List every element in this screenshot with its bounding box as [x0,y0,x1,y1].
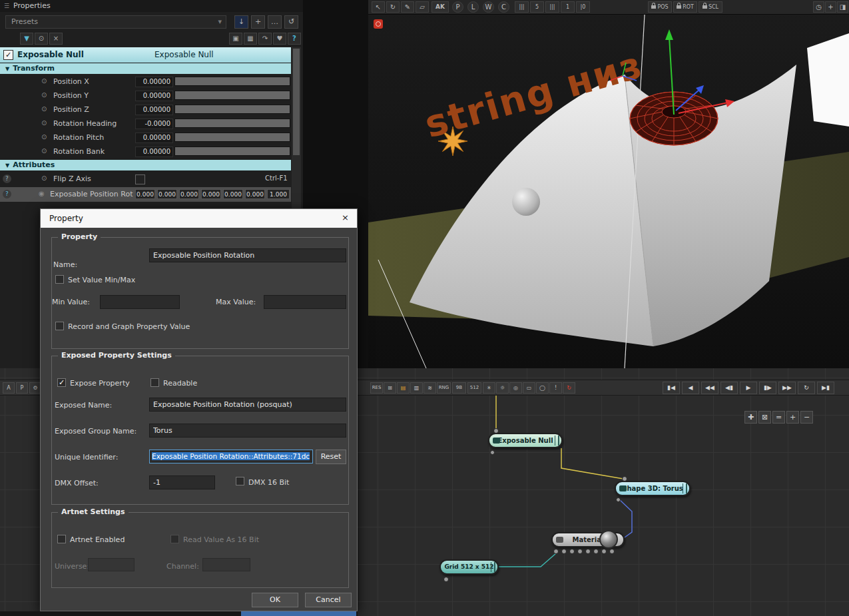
section-attributes[interactable]: ▼Attributes [0,160,291,170]
connector-dot[interactable] [443,577,449,582]
draw-tool-icon[interactable]: ✎ [401,1,414,13]
loop-playback-button[interactable]: ↻ [798,382,815,394]
target-icon[interactable]: ⊙ [35,33,48,45]
property-slider[interactable] [174,91,290,100]
universe-field[interactable] [88,558,135,571]
apply-preset-button[interactable]: ↓ [234,15,248,29]
keyframe-icon[interactable]: ⊙ [41,77,47,85]
node-enabled-checkbox[interactable]: ✓ [3,50,13,60]
scrollbar-thumb[interactable] [241,611,356,616]
sun-icon[interactable]: ☼ [496,382,509,394]
connector-dot[interactable] [490,450,495,455]
reset-preset-button[interactable]: ↺ [284,15,298,29]
mask-icon[interactable]: ▥ [410,382,423,394]
exposed-group-name-field[interactable] [149,424,346,438]
redo-icon[interactable]: ↷ [258,33,272,45]
keyframe-icon[interactable]: ⊙ [41,147,47,154]
value-box[interactable]: 0.000 [157,189,177,199]
layers-icon[interactable]: ▤ [397,382,410,394]
property-value-field[interactable]: -0.0000 [135,119,173,129]
world-mode-button[interactable]: W [483,1,494,13]
help-circle-icon[interactable]: ? [3,174,11,183]
step-forward-button[interactable]: ▮▶ [759,382,776,394]
connector-dot[interactable] [569,549,575,554]
cancel-button[interactable]: Cancel [305,593,352,607]
camera-mode-button[interactable]: C [498,1,509,13]
connector-dot[interactable] [616,497,621,502]
material-preview-sphere[interactable] [599,530,618,549]
keyframe-icon[interactable]: ⊙ [41,119,47,127]
paste-icon[interactable]: ▦ [244,33,257,45]
ellipse-icon[interactable]: ◯ [536,382,549,394]
snap-meter-1[interactable]: ||| [515,1,529,13]
fast-forward-button[interactable]: ▶▶ [778,382,796,394]
expose-property-checkbox[interactable]: ✓ [57,378,66,387]
local-mode-button[interactable]: L [467,1,479,13]
favorite-icon[interactable]: ♥ [273,33,286,45]
keyframe-icon[interactable]: ⊙ [41,174,47,182]
connector-dot[interactable] [553,549,559,554]
scrollbar-thumb[interactable] [293,49,300,155]
property-slider[interactable] [174,119,290,128]
unique-identifier-field[interactable]: Exposable Position Rotation::Attributes:… [149,450,313,463]
exposed-name-field[interactable] [149,398,346,412]
filter-icon[interactable]: ▼ [20,33,33,45]
bitdepth-icon[interactable]: 9B [452,382,466,394]
ok-button[interactable]: OK [252,593,298,607]
snap-value-2[interactable]: 1 [561,1,575,13]
property-slider[interactable] [174,133,290,142]
zoom-reset-icon[interactable]: = [772,411,785,424]
property-slider[interactable] [174,147,290,156]
pan-icon[interactable]: ✚ [744,411,757,424]
property-value-field[interactable]: 0.00000 [135,133,173,143]
property-value-field[interactable]: 0.00000 [135,77,173,87]
connector-dot[interactable] [609,549,615,554]
property-value-field[interactable]: 0.00000 [135,105,173,115]
position-mode-button[interactable]: P [452,1,463,13]
star-icon[interactable]: ✳ [483,382,495,394]
autokey-button[interactable]: AK [431,1,449,13]
node-shape3d-torus[interactable]: Shape 3D: Torus [615,481,691,496]
record-graph-checkbox[interactable] [55,322,64,330]
waves-icon[interactable]: ≋ [424,382,436,394]
toolbar-button-a[interactable]: A [3,382,15,394]
warning-icon[interactable]: ! [549,382,562,394]
keyframe-icon[interactable]: ⊙ [41,105,47,113]
property-value-field[interactable]: 0.00000 [135,91,173,101]
clear-filter-icon[interactable]: × [49,33,63,45]
zoom-in-icon[interactable]: + [786,411,799,424]
rotate-tool-icon[interactable]: ↻ [386,1,400,13]
clock-icon[interactable]: ◷ [813,1,824,13]
viewport-3d[interactable]: string низ [368,15,849,368]
readable-checkbox[interactable] [150,378,159,387]
zoom-out-icon[interactable]: − [800,411,813,424]
property-slider[interactable] [174,77,290,86]
skip-end-button[interactable]: ▶▮ [817,382,834,394]
step-back-button[interactable]: ◀▮ [720,382,738,394]
close-icon[interactable]: × [342,212,349,222]
artnet-enabled-checkbox[interactable] [57,535,66,543]
connector-dot[interactable] [593,549,599,554]
value-box[interactable]: 1.000 [267,189,290,199]
range-icon[interactable]: RNG [437,382,451,394]
property-slider[interactable] [174,105,290,114]
set-minmax-checkbox[interactable] [55,275,64,284]
read-16bit-checkbox[interactable] [170,535,179,543]
lock-dot-icon[interactable]: ◉ [39,190,45,197]
prev-frame-button[interactable]: ◀ [682,382,699,394]
value-box[interactable]: 0.000 [135,189,155,199]
snap-meter-2[interactable]: ||| [545,1,559,13]
toolbar-button-p[interactable]: P [16,382,28,394]
connector-dot[interactable] [577,549,583,554]
channel-field[interactable] [202,558,250,571]
grid-icon[interactable]: ⊞ [384,382,396,394]
flip-z-checkbox[interactable] [135,174,145,184]
white-card-object[interactable] [807,33,849,127]
connector-dot[interactable] [493,428,499,434]
snap-meter-3[interactable]: |0 [576,1,590,13]
node-grid-512[interactable]: Grid 512 x 512 [439,559,499,575]
horizontal-scrollbar[interactable] [0,611,358,616]
select-tool-icon[interactable]: ↖ [372,1,385,13]
connector-dot[interactable] [585,549,591,554]
rewind-button[interactable]: ◀◀ [701,382,718,394]
